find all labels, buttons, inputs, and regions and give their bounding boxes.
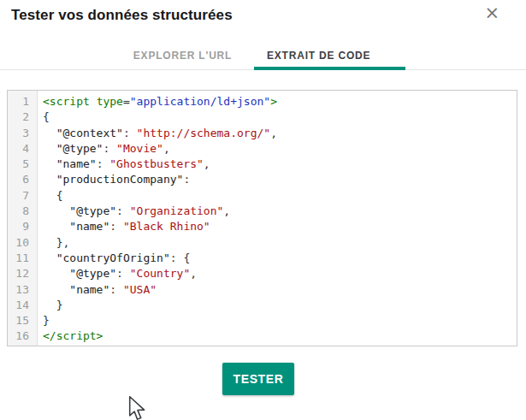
code-line[interactable]: 3 "@context": "http://schema.org/", [8,126,517,141]
code-line[interactable]: 8 "@type": "Organization", [8,204,517,219]
line-number: 11 [8,251,37,266]
line-number: 12 [8,266,37,281]
line-number: 2 [8,109,37,125]
code-line[interactable]: 13 "name": "USA" [8,282,517,298]
line-number: 16 [8,328,37,344]
line-number: 10 [8,235,37,251]
line-number: 7 [8,188,37,204]
line-number: 13 [8,282,37,298]
close-icon[interactable]: × [484,4,499,21]
line-number: 5 [8,157,37,172]
code-line[interactable]: 12 "@type": "Country", [8,266,517,281]
line-number: 1 [8,94,37,109]
code-line[interactable]: 15} [8,313,517,328]
code-line[interactable]: 10 }, [8,235,517,251]
mouse-cursor-icon [128,396,147,420]
line-number: 4 [8,141,37,157]
line-number: 9 [8,219,37,234]
code-line[interactable]: 14 } [8,298,517,313]
tab-explore-url[interactable]: EXPLORER L'URL [118,41,247,69]
code-line[interactable]: 4 "@type": "Movie", [8,141,517,157]
code-line[interactable]: 2{ [8,109,517,125]
code-line[interactable]: 9 "name": "Black Rhino" [8,219,517,234]
code-line[interactable]: 16</script> [8,328,517,344]
line-number: 15 [8,313,37,328]
tab-code-snippet-label: EXTRAIT DE CODE [267,50,370,62]
code-line[interactable]: 6 "productionCompany": [8,172,517,187]
code-lines[interactable]: 1<script type="application/ld+json">2{3 … [8,91,517,345]
page-title: Tester vos données structurées [11,7,233,24]
line-number: 14 [8,298,37,313]
code-line[interactable]: 5 "name": "Ghostbusters", [8,157,517,172]
code-line[interactable]: 11 "countryOfOrigin": { [8,251,517,266]
active-tab-underline [254,67,405,70]
line-number: 3 [8,126,37,141]
code-editor[interactable]: 1<script type="application/ld+json">2{3 … [7,90,517,346]
code-line[interactable]: 1<script type="application/ld+json"> [8,94,517,109]
line-number: 8 [8,204,37,219]
line-number: 6 [8,172,37,187]
tab-explore-url-label: EXPLORER L'URL [133,50,232,62]
test-button[interactable]: TESTER [222,363,294,395]
tab-code-snippet[interactable]: EXTRAIT DE CODE [254,41,405,69]
code-line[interactable]: 7 { [8,188,517,204]
